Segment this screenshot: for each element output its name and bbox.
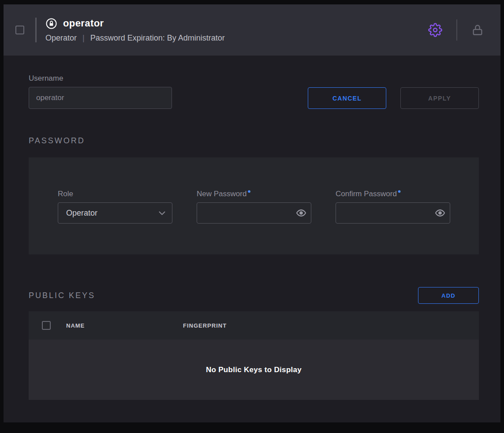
public-keys-table-body: No Public Keys to Display	[29, 340, 479, 400]
public-keys-table: NAME FINGERPRINT No Public Keys to Displ…	[29, 311, 479, 400]
eye-icon	[296, 208, 306, 218]
eye-icon	[435, 208, 445, 218]
user-lock-icon	[45, 18, 57, 30]
header-icon-divider	[456, 19, 457, 41]
title-block: operator Operator | Password Expiration:…	[45, 18, 225, 43]
column-header-name: NAME	[66, 322, 183, 329]
confirm-password-label: Confirm Password•	[336, 190, 450, 198]
column-header-fingerprint: FINGERPRINT	[183, 322, 227, 329]
role-select[interactable]: Operator	[58, 202, 172, 224]
confirm-password-input[interactable]	[336, 202, 450, 224]
apply-button[interactable]: APPLY	[400, 87, 479, 109]
username-row: Username CANCEL APPLY	[29, 74, 479, 109]
header-select-checkbox[interactable]	[15, 26, 24, 34]
table-select-all-checkbox[interactable]	[42, 321, 51, 330]
page-title: operator	[63, 18, 104, 29]
role-label: Role	[58, 190, 172, 198]
lock-button[interactable]	[470, 22, 485, 38]
user-detail-panel: operator Operator | Password Expiration:…	[4, 4, 500, 422]
confirm-password-visibility-toggle[interactable]	[434, 207, 446, 219]
form-actions: CANCEL APPLY	[308, 87, 479, 109]
subtitle-separator: |	[82, 34, 85, 43]
password-panel: Role Operator New Password•	[29, 157, 479, 254]
role-select-value: Operator	[66, 209, 97, 218]
username-group: Username	[29, 74, 172, 109]
confirm-password-field: Confirm Password•	[336, 190, 450, 254]
username-input[interactable]	[29, 87, 172, 109]
new-password-input[interactable]	[197, 202, 311, 224]
cancel-button[interactable]: CANCEL	[308, 87, 386, 109]
new-password-field: New Password•	[197, 190, 311, 254]
username-label: Username	[29, 74, 172, 83]
password-section-title: PASSWORD	[29, 136, 479, 146]
empty-state-message: No Public Keys to Display	[206, 366, 302, 374]
new-password-visibility-toggle[interactable]	[295, 207, 307, 219]
public-keys-table-header: NAME FINGERPRINT	[29, 311, 479, 340]
add-public-key-button[interactable]: ADD	[418, 287, 479, 304]
header-divider	[35, 18, 37, 42]
header-bar: operator Operator | Password Expiration:…	[4, 4, 500, 56]
gear-icon	[428, 23, 442, 37]
password-expiration-text: Password Expiration: By Administrator	[90, 34, 225, 43]
public-keys-header-row: PUBLIC KEYS ADD	[29, 287, 479, 304]
new-password-label: New Password•	[197, 190, 311, 198]
role-field: Role Operator	[58, 190, 172, 254]
lock-icon	[471, 24, 484, 36]
settings-button[interactable]	[426, 21, 444, 39]
window: operator Operator | Password Expiration:…	[0, 0, 504, 433]
user-role-text: Operator	[45, 34, 77, 43]
main-content: Username CANCEL APPLY PASSWORD Role Oper…	[4, 56, 500, 422]
required-marker: •	[398, 186, 401, 196]
required-marker: •	[247, 186, 250, 196]
public-keys-section-title: PUBLIC KEYS	[29, 291, 95, 300]
chevron-down-icon	[159, 211, 165, 215]
